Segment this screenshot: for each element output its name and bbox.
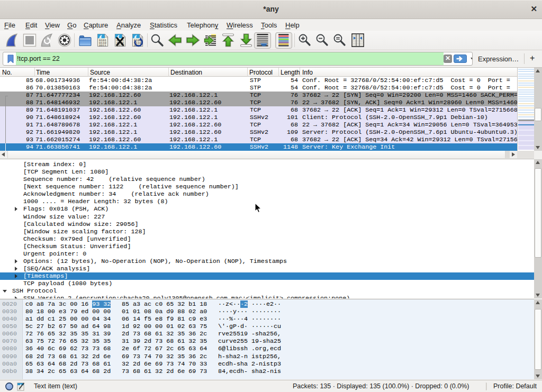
svg-text:0011: 0011	[99, 44, 106, 48]
